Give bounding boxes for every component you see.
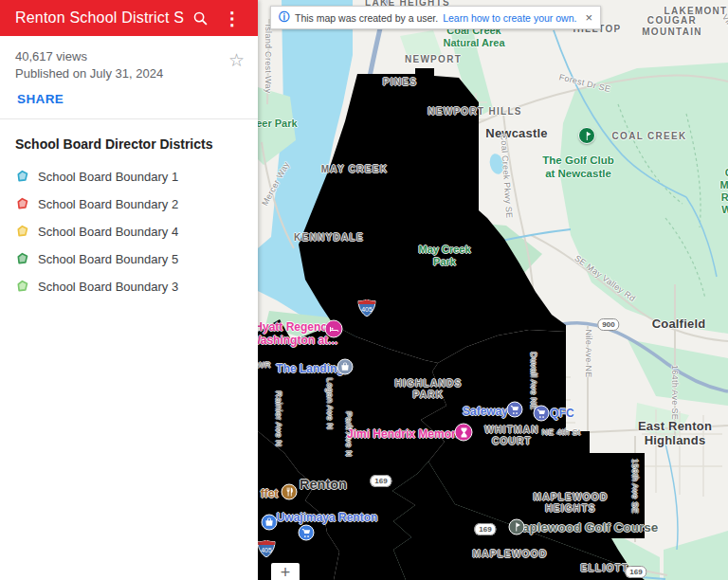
qfc-icon[interactable] (534, 406, 550, 422)
legend-list: School Board Boundary 1School Board Boun… (0, 155, 258, 308)
legend-item-3[interactable]: School Board Boundary 4 (15, 218, 243, 245)
sidebar-header: Renton School District Sc... ⋮ (0, 0, 258, 36)
sidebar: Renton School District Sc... ⋮ 40,617 vi… (0, 0, 258, 580)
legend-item-2[interactable]: School Board Boundary 2 (15, 190, 243, 218)
map-meta: 40,617 views Published on July 31, 2024 … (0, 36, 258, 119)
polygon-swatch-icon (15, 252, 29, 266)
legend-item-label: School Board Boundary 3 (38, 280, 178, 294)
notice-close-icon[interactable]: × (585, 11, 592, 24)
buffet-restaurant-icon[interactable] (282, 484, 298, 500)
published-date: Published on July 31, 2024 (15, 66, 243, 81)
search-button[interactable] (184, 2, 216, 34)
the-landing-icon[interactable] (337, 359, 354, 375)
share-button[interactable]: SHARE (17, 92, 64, 106)
polygon-swatch-icon (15, 170, 29, 184)
map-canvas[interactable]: LAKE HEIGHTSLAKEMONTCOUGARMOUNTAINHILLTO… (258, 0, 728, 580)
search-icon (192, 10, 209, 27)
legend-item-label: School Board Boundary 5 (38, 252, 178, 266)
store-icon[interactable] (262, 515, 278, 531)
maplewood-golf-icon[interactable] (509, 519, 525, 535)
legend-item-4[interactable]: School Board Boundary 5 (15, 245, 243, 273)
notice-learn-link[interactable]: Learn how to create your own. (443, 12, 576, 24)
map-title: Renton School District Sc... (15, 9, 184, 27)
uwajimaya-icon[interactable] (299, 525, 315, 541)
notice-text: This map was created by a user. (295, 12, 438, 24)
legend-item-5[interactable]: School Board Boundary 3 (15, 273, 243, 300)
polygon-swatch-icon (15, 197, 29, 211)
more-vert-icon: ⋮ (224, 9, 242, 27)
basemap (258, 0, 728, 580)
safeway-icon[interactable] (507, 402, 523, 418)
polygon-swatch-icon (15, 280, 29, 294)
polygon-swatch-icon (15, 225, 29, 239)
my-maps-app: LAKE HEIGHTSLAKEMONTCOUGARMOUNTAINHILLTO… (0, 0, 728, 580)
legend-item-1[interactable]: School Board Boundary 1 (15, 163, 243, 190)
legend-title: School Board Director Districts (0, 119, 258, 155)
user-map-notice: ⓘ This map was created by a user. Learn … (270, 6, 601, 29)
zoom-in-button[interactable]: + (271, 563, 300, 580)
legend-item-label: School Board Boundary 2 (38, 197, 178, 211)
info-icon: ⓘ (279, 9, 290, 26)
golf-club-newcastle-icon[interactable] (578, 127, 595, 144)
hyatt-regency-pin-icon[interactable] (325, 320, 343, 338)
legend-item-label: School Board Boundary 1 (38, 170, 178, 184)
jimi-hendrix-memorial-pin-icon[interactable] (455, 424, 473, 442)
legend-item-label: School Board Boundary 4 (38, 225, 178, 239)
views-count: 40,617 views (15, 49, 243, 63)
menu-button[interactable]: ⋮ (216, 2, 248, 34)
star-icon[interactable]: ☆ (228, 49, 245, 71)
